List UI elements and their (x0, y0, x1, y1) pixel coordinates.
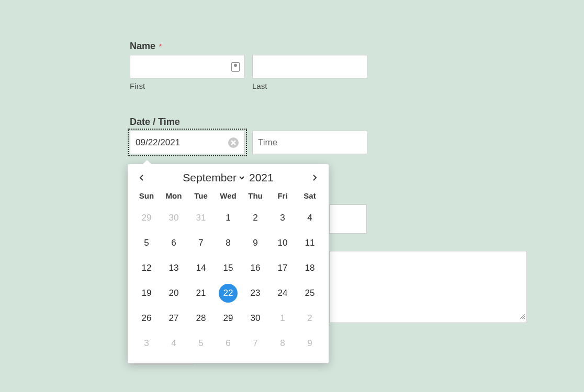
dow-header: Fri (269, 188, 296, 205)
calendar-day[interactable]: 27 (160, 306, 187, 331)
calendar-day[interactable]: 7 (187, 230, 215, 256)
name-inputs-row: First Last (130, 55, 527, 90)
first-name-box (130, 55, 245, 78)
calendar-day[interactable]: 31 (187, 205, 215, 230)
calendar-day[interactable]: 9 (296, 331, 323, 356)
first-name-wrap: First (130, 55, 245, 90)
calendar-day[interactable]: 20 (160, 281, 187, 306)
dow-header: Wed (215, 188, 242, 205)
datepicker-grid: SunMonTueWedThuFriSat2930311234567891011… (128, 188, 329, 356)
name-field-group: Name * First Last (130, 41, 527, 90)
datepicker-header: September 2021 (128, 164, 329, 188)
calendar-day[interactable]: 11 (296, 230, 323, 256)
calendar-day[interactable]: 21 (187, 281, 215, 306)
calendar-day[interactable]: 1 (215, 205, 242, 230)
last-name-wrap: Last (252, 55, 367, 90)
calendar-day[interactable]: 1 (269, 306, 296, 331)
calendar-day[interactable]: 25 (296, 281, 323, 306)
datetime-inputs-row (130, 131, 527, 154)
calendar-day[interactable]: 5 (187, 331, 215, 356)
calendar-day[interactable]: 30 (160, 205, 187, 230)
calendar-day[interactable]: 2 (296, 306, 323, 331)
year-label[interactable]: 2021 (249, 171, 274, 184)
calendar-day[interactable]: 30 (242, 306, 269, 331)
calendar-day[interactable]: 13 (160, 256, 187, 281)
time-input[interactable] (252, 131, 367, 154)
resize-handle-icon[interactable] (519, 312, 525, 321)
calendar-day[interactable]: 28 (187, 306, 215, 331)
form-container: Name * First Last Date / Time (130, 41, 527, 154)
prev-month-button[interactable] (136, 172, 148, 183)
calendar-day[interactable]: 8 (215, 230, 242, 256)
calendar-day[interactable]: 10 (269, 230, 296, 256)
first-name-input[interactable] (130, 55, 245, 78)
datepicker-title: September 2021 (148, 171, 309, 184)
last-name-input[interactable] (252, 55, 367, 78)
calendar-day[interactable]: 15 (215, 256, 242, 281)
calendar-day[interactable]: 29 (215, 306, 242, 331)
calendar-day[interactable]: 4 (160, 331, 187, 356)
calendar-day[interactable]: 17 (269, 256, 296, 281)
calendar-day[interactable]: 9 (242, 230, 269, 256)
datetime-field-group: Date / Time (130, 117, 527, 154)
calendar-day[interactable]: 7 (242, 331, 269, 356)
calendar-day[interactable]: 2 (242, 205, 269, 230)
first-name-sublabel: First (130, 82, 245, 90)
month-label: September (183, 171, 237, 184)
clear-date-icon[interactable] (228, 137, 239, 148)
obscured-textarea[interactable] (329, 251, 527, 323)
datetime-label: Date / Time (130, 117, 527, 128)
dow-header: Tue (187, 188, 215, 205)
chevron-down-icon (239, 175, 245, 181)
calendar-day[interactable]: 24 (269, 281, 296, 306)
calendar-day[interactable]: 16 (242, 256, 269, 281)
calendar-day[interactable]: 6 (215, 331, 242, 356)
dow-header: Mon (160, 188, 187, 205)
last-name-sublabel: Last (252, 82, 367, 90)
calendar-day[interactable]: 29 (133, 205, 160, 230)
dow-header: Thu (242, 188, 269, 205)
calendar-day[interactable]: 4 (296, 205, 323, 230)
calendar-day[interactable]: 5 (133, 230, 160, 256)
name-label: Name (130, 41, 155, 51)
calendar-day[interactable]: 19 (133, 281, 160, 306)
month-select[interactable]: September (183, 171, 245, 184)
dow-header: Sat (296, 188, 323, 205)
calendar-day[interactable]: 23 (242, 281, 269, 306)
calendar-day[interactable]: 8 (269, 331, 296, 356)
next-month-button[interactable] (309, 172, 320, 183)
date-input[interactable] (130, 131, 245, 154)
contact-card-icon (231, 62, 240, 72)
calendar-day[interactable]: 22 (215, 281, 242, 306)
datepicker-notch (142, 160, 152, 165)
calendar-day[interactable]: 14 (187, 256, 215, 281)
name-label-row: Name * (130, 41, 527, 52)
date-input-wrap (130, 131, 245, 154)
calendar-day[interactable]: 3 (133, 331, 160, 356)
required-mark: * (159, 42, 162, 51)
calendar-day[interactable]: 26 (133, 306, 160, 331)
calendar-day[interactable]: 6 (160, 230, 187, 256)
calendar-day[interactable]: 3 (269, 205, 296, 230)
dow-header: Sun (133, 188, 160, 205)
obscured-input[interactable] (329, 204, 367, 234)
calendar-day[interactable]: 18 (296, 256, 323, 281)
datepicker-popup: September 2021 SunMonTueWedThuFriSat2930… (128, 164, 329, 363)
calendar-day[interactable]: 12 (133, 256, 160, 281)
